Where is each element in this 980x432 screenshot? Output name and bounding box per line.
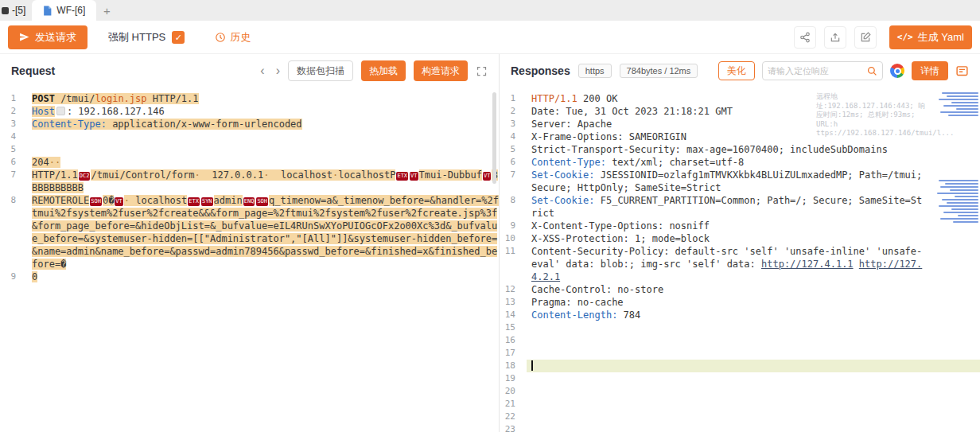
editor-line-2[interactable]: 2Host: 192.168.127.146 xyxy=(0,105,499,118)
fullscreen-icon[interactable] xyxy=(476,65,488,77)
token: text/xml; charset=utf-8 xyxy=(606,157,744,168)
minimap[interactable] xyxy=(935,89,978,432)
editor-line-22[interactable]: 22 xyxy=(500,411,980,423)
minimap-mark xyxy=(945,183,978,185)
control-char-badge: ETX xyxy=(396,172,408,181)
history-nav: ‹ › xyxy=(260,64,280,77)
details-button[interactable]: 详情 xyxy=(912,61,948,80)
editor-line-9[interactable]: 9X-Content-Type-Options: nosniff xyxy=(500,220,980,232)
line-number: 4 xyxy=(500,130,527,143)
tab-partial[interactable]: -[5] xyxy=(0,0,32,21)
prev-request-button[interactable]: ‹ xyxy=(260,64,264,77)
line-content: Content-Type: text/xml; charset=utf-8 xyxy=(527,156,980,169)
editor-line-7[interactable]: 7Set-Cookie: JSESSIONID=ozlafg1mTMVKXkbk… xyxy=(500,169,980,194)
editor-line-8[interactable]: 8Set-Cookie: F5_CURRENT_PARTITION=Common… xyxy=(500,194,980,220)
line-content: Set-Cookie: JSESSIONID=ozlafg1mTMVKXkbk4… xyxy=(527,169,980,194)
response-search-input[interactable] xyxy=(768,66,864,76)
line-number: 23 xyxy=(500,423,527,432)
editor-line-21[interactable]: 21 xyxy=(500,398,980,411)
history-button[interactable]: 历史 xyxy=(215,30,251,45)
request-editor[interactable]: 1POST /tmui/login.jsp HTTP/1.12Host: 192… xyxy=(0,88,499,432)
editor-line-13[interactable]: 13Pragma: no-cache xyxy=(500,296,980,309)
editor-line-1[interactable]: 1HTTP/1.1 200 OK xyxy=(500,92,980,105)
beautify-button[interactable]: 美化 xyxy=(718,61,755,80)
editor-line-11[interactable]: 11Content-Security-Policy: default-src '… xyxy=(500,245,980,283)
token: REMOTEROLE xyxy=(32,195,89,206)
share-icon xyxy=(799,32,811,43)
minimap-mark xyxy=(942,199,978,200)
editor-line-4[interactable]: 4 xyxy=(0,130,499,143)
editor-line-18[interactable]: 18 xyxy=(500,360,980,372)
line-content: 204·· xyxy=(27,156,499,169)
editor-line-15[interactable]: 15 xyxy=(500,321,980,334)
editor-line-12[interactable]: 12Cache-Control: no-store xyxy=(500,283,980,296)
line-number: 3 xyxy=(500,118,527,130)
line-content: X-Content-Type-Options: nosniff xyxy=(527,220,980,232)
token: Pragma: no-cache xyxy=(531,297,624,308)
response-editor[interactable]: 远程地址:192.168.127.146:443; 响 应时间:12ms; 总耗… xyxy=(500,88,980,432)
send-request-button[interactable]: 发送请求 xyxy=(8,25,88,49)
token: Host xyxy=(32,106,55,117)
token: q_timenow=a&_timenow_before=&handler=%2f… xyxy=(32,195,499,270)
search-icon[interactable] xyxy=(867,66,877,76)
construct-request-button[interactable]: 构造请求 xyxy=(414,60,468,81)
edit-button[interactable] xyxy=(854,26,877,49)
editor-line-7[interactable]: 7HTTP/1.1DC2/tmui/Control/form· 127.0.0.… xyxy=(0,169,499,194)
share-button[interactable] xyxy=(794,26,816,49)
token: Content-Length: xyxy=(531,309,617,321)
editor-line-3[interactable]: 3Server: Apache xyxy=(500,118,980,130)
line-content xyxy=(527,411,980,423)
request-header: Request ‹ › 数据包扫描 热加载 构造请求 xyxy=(0,54,499,88)
editor-line-1[interactable]: 1POST /tmui/login.jsp HTTP/1.1 xyxy=(0,92,499,105)
line-number: 22 xyxy=(500,411,527,423)
editor-line-5[interactable]: 5Strict-Transport-Security: max-age=1607… xyxy=(500,143,980,156)
add-tab-button[interactable]: + xyxy=(96,0,117,21)
line-number: 5 xyxy=(500,143,527,156)
edit-icon xyxy=(860,32,871,43)
token: · xyxy=(124,195,130,206)
editor-line-8[interactable]: 8REMOTEROLESOH0�VT· localhostETXSYNadmin… xyxy=(0,194,499,270)
editor-line-6[interactable]: 6204·· xyxy=(0,156,499,169)
editor-line-9[interactable]: 90 xyxy=(0,270,499,283)
next-request-button[interactable]: › xyxy=(276,64,280,77)
control-char-badge: DC2 xyxy=(79,172,91,181)
editor-line-17[interactable]: 17 xyxy=(500,347,980,360)
generate-yaml-button[interactable]: </> 生成 Yaml xyxy=(889,25,972,49)
export-button[interactable] xyxy=(824,26,846,49)
token: localhostP xyxy=(338,169,395,181)
request-title: Request xyxy=(11,64,55,77)
tab-bar: -[5] WF-[6] + xyxy=(0,0,980,21)
control-char-badge: VT xyxy=(410,172,418,181)
line-content: Strict-Transport-Security: max-age=16070… xyxy=(527,143,980,156)
editor-line-16[interactable]: 16 xyxy=(500,334,980,347)
line-content: Set-Cookie: F5_CURRENT_PARTITION=Common;… xyxy=(527,194,980,220)
hot-reload-button[interactable]: 热加载 xyxy=(361,60,406,81)
request-scrollbar[interactable] xyxy=(492,92,496,184)
editor-line-6[interactable]: 6Content-Type: text/xml; charset=utf-8 xyxy=(500,156,980,169)
editor-line-2[interactable]: 2Date: Tue, 31 Oct 2023 21:18:21 GMT xyxy=(500,105,980,118)
token: HTTP/1.1 xyxy=(147,93,199,104)
tab-active[interactable]: WF-[6] xyxy=(32,0,96,21)
report-icon[interactable] xyxy=(955,64,969,78)
editor-line-4[interactable]: 4X-Frame-Options: SAMEORIGIN xyxy=(500,130,980,143)
line-content xyxy=(27,143,499,156)
line-number: 5 xyxy=(0,143,27,156)
editor-line-3[interactable]: 3Content-Type: application/x-www-form-ur… xyxy=(0,118,499,130)
send-request-label: 发送请求 xyxy=(35,30,76,45)
response-search[interactable] xyxy=(762,61,883,80)
editor-line-20[interactable]: 20 xyxy=(500,385,980,398)
force-https-toggle[interactable]: 强制 HTTPS ✓ xyxy=(108,30,185,45)
token: 0 xyxy=(32,271,37,282)
open-in-browser-icon[interactable] xyxy=(890,64,904,78)
editor-line-23[interactable]: 23 xyxy=(500,423,980,432)
editor-line-19[interactable]: 19 xyxy=(500,372,980,385)
minimap-mark xyxy=(953,221,978,223)
line-number: 7 xyxy=(0,169,27,194)
line-number: 8 xyxy=(500,194,527,220)
editor-line-14[interactable]: 14Content-Length: 784 xyxy=(500,309,980,321)
packet-scan-button[interactable]: 数据包扫描 xyxy=(288,60,353,81)
force-https-checkbox[interactable]: ✓ xyxy=(172,31,185,44)
editor-line-5[interactable]: 5 xyxy=(0,143,499,156)
line-number: 14 xyxy=(500,309,527,321)
editor-line-10[interactable]: 10X-XSS-Protection: 1; mode=block xyxy=(500,232,980,245)
